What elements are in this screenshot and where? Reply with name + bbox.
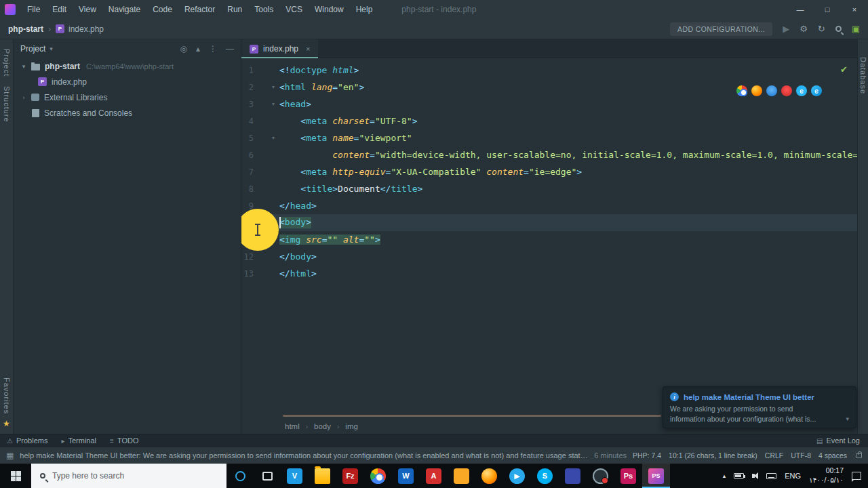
- line-number[interactable]: 12: [241, 252, 254, 262]
- notification-title[interactable]: help make Material Theme UI better: [684, 393, 814, 401]
- code-line[interactable]: 9</head>: [241, 197, 857, 214]
- settings-icon[interactable]: ⚙: [800, 24, 808, 33]
- breadcrumb-body[interactable]: body: [314, 422, 331, 430]
- taskbar-app-phpstorm[interactable]: PS: [642, 464, 670, 488]
- toolwindow-tab-todo[interactable]: ≡TODO: [110, 436, 138, 445]
- tab-close-icon[interactable]: ×: [306, 45, 310, 53]
- taskbar-app-skype[interactable]: S: [531, 464, 559, 488]
- maximize-button[interactable]: □: [814, 0, 841, 19]
- tree-item-scratches[interactable]: Scratches and Consoles: [14, 105, 241, 121]
- menu-item-tools[interactable]: Tools: [248, 0, 279, 19]
- line-number[interactable]: 13: [241, 269, 254, 279]
- code-line[interactable]: 13</html>: [241, 265, 857, 282]
- line-number[interactable]: 4: [241, 117, 254, 126]
- taskbar-app-app-blue[interactable]: [559, 464, 587, 488]
- toolwindow-tab-problems[interactable]: ⚠Problems: [7, 436, 47, 445]
- close-button[interactable]: ×: [841, 0, 868, 19]
- taskbar-app-vscode[interactable]: V: [281, 464, 309, 488]
- breadcrumb-project[interactable]: php-start: [8, 24, 43, 34]
- search-input[interactable]: [52, 471, 208, 481]
- touch-keyboard-icon[interactable]: [766, 473, 776, 479]
- status-message[interactable]: help make Material Theme UI better: We a…: [20, 451, 588, 460]
- code-line[interactable]: 7 <meta http-equiv="X-UA-Compatible" con…: [241, 163, 857, 180]
- start-button[interactable]: [0, 464, 31, 488]
- encoding-widget[interactable]: UTF-8: [791, 451, 811, 460]
- notification-expand-icon[interactable]: ▾: [846, 415, 849, 422]
- breadcrumb-file[interactable]: index.php: [68, 24, 104, 34]
- browser-safari-icon[interactable]: [766, 85, 777, 96]
- taskbar-app-obs[interactable]: [587, 464, 614, 488]
- browser-chrome-icon[interactable]: [736, 85, 747, 96]
- code-line[interactable]: 4 <meta charset="UTF-8">: [241, 113, 857, 129]
- menu-item-file[interactable]: File: [21, 0, 46, 19]
- code-editor[interactable]: 1<!doctype html>2▾<html lang="en">3▾<hea…: [241, 58, 857, 419]
- taskbar-app-filezilla[interactable]: Fz: [336, 464, 364, 488]
- browser-edge-icon[interactable]: e: [811, 85, 822, 96]
- taskbar-app-word[interactable]: W: [392, 464, 420, 488]
- menu-item-edit[interactable]: Edit: [46, 0, 73, 19]
- chevron-down-icon[interactable]: ▾: [20, 63, 27, 70]
- menu-item-vcs[interactable]: VCS: [279, 0, 309, 19]
- line-number[interactable]: 8: [241, 184, 254, 194]
- taskbar-clock[interactable]: 00:17 ۱۴۰۰/۰۵/۱۰: [809, 466, 844, 485]
- menu-item-run[interactable]: Run: [221, 0, 248, 19]
- show-hidden-icons[interactable]: ▴: [723, 472, 726, 479]
- line-number[interactable]: 2: [241, 83, 254, 92]
- indent-widget[interactable]: 4 spaces: [818, 451, 847, 460]
- line-number[interactable]: 3: [241, 100, 254, 109]
- line-number[interactable]: 7: [241, 167, 254, 177]
- project-view-dropdown-icon[interactable]: ▾: [50, 45, 53, 52]
- taskbar-app-phpstorm-splash[interactable]: Ps: [614, 464, 642, 488]
- menu-item-code[interactable]: Code: [146, 0, 178, 19]
- battery-icon[interactable]: [734, 473, 744, 479]
- line-number[interactable]: 1: [241, 66, 254, 75]
- browser-firefox-icon[interactable]: [751, 85, 762, 96]
- language-indicator[interactable]: ENG: [785, 472, 801, 480]
- run-icon[interactable]: ▶: [783, 24, 789, 33]
- collapse-all-icon[interactable]: ▴: [196, 44, 200, 54]
- toolwindow-tab-terminal[interactable]: ▸Terminal: [61, 436, 96, 445]
- menu-item-view[interactable]: View: [73, 0, 102, 19]
- line-number[interactable]: 6: [241, 150, 254, 160]
- tree-item-root[interactable]: ▾ php-start C:\wamp64\www\php-start: [14, 58, 241, 74]
- toolwindow-stripe-project[interactable]: Project: [3, 49, 11, 77]
- menu-item-navigate[interactable]: Navigate: [102, 0, 146, 19]
- add-configuration-button[interactable]: ADD CONFIGURATION...: [670, 22, 772, 36]
- code-line[interactable]: 5▾ <meta name="viewport": [241, 129, 857, 146]
- options-icon[interactable]: ⋮: [209, 44, 217, 54]
- caret-position-widget[interactable]: 10:1 (26 chars, 1 line break): [669, 451, 757, 460]
- tree-item-external-libraries[interactable]: › External Libraries: [14, 89, 241, 105]
- breadcrumb-html[interactable]: html: [285, 422, 300, 430]
- menu-item-refactor[interactable]: Refactor: [178, 0, 221, 19]
- code-line[interactable]: 3▾<head>: [241, 96, 857, 113]
- breadcrumb-img[interactable]: img: [345, 422, 358, 430]
- toolwindow-stripe-database[interactable]: Database: [859, 57, 867, 94]
- line-ending-widget[interactable]: CRLF: [765, 451, 783, 460]
- notification-popup[interactable]: i help make Material Theme UI better We …: [663, 386, 856, 428]
- code-line[interactable]: 1<!doctype html>: [241, 62, 857, 79]
- favorites-star-icon[interactable]: ★: [3, 419, 10, 428]
- chevron-right-icon[interactable]: ›: [20, 94, 27, 101]
- capture-icon[interactable]: ▣: [852, 24, 860, 33]
- menu-item-window[interactable]: Window: [309, 0, 350, 19]
- code-line[interactable]: 6 content="width=device-width, user-scal…: [241, 146, 857, 163]
- search-everywhere-icon[interactable]: [835, 26, 842, 32]
- horizontal-scrollbar[interactable]: [283, 415, 661, 417]
- volume-icon[interactable]: [752, 474, 755, 478]
- taskbar-app-app-red[interactable]: A: [420, 464, 448, 488]
- fold-icon[interactable]: ▾: [254, 79, 279, 96]
- task-view-button[interactable]: [254, 464, 281, 488]
- browser-ie-icon[interactable]: e: [796, 85, 807, 96]
- project-panel-title[interactable]: Project: [20, 44, 45, 54]
- code-line[interactable]: 8 <title>Document</title>: [241, 180, 857, 197]
- fold-icon[interactable]: ▾: [254, 129, 279, 146]
- lock-icon[interactable]: [856, 453, 862, 458]
- tool-windows-icon[interactable]: ▦: [6, 451, 14, 460]
- line-number[interactable]: 5: [241, 134, 254, 143]
- code-line[interactable]: 10<body>: [241, 214, 857, 231]
- taskbar-app-telegram[interactable]: ▶: [503, 464, 531, 488]
- sync-icon[interactable]: ↻: [818, 24, 825, 33]
- cortana-button[interactable]: [226, 464, 254, 488]
- hide-panel-icon[interactable]: —: [226, 44, 234, 54]
- toolwindow-stripe-favorites[interactable]: Favorites: [3, 378, 11, 414]
